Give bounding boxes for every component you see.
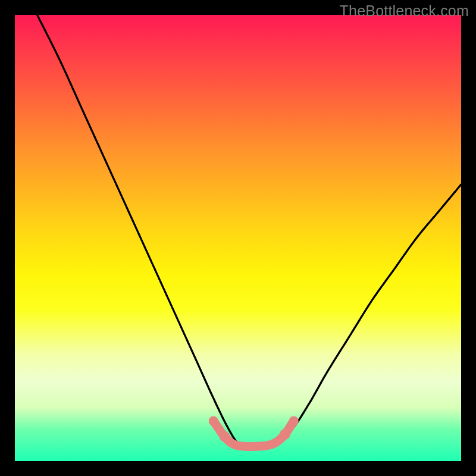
bottleneck-curve (37, 15, 462, 448)
watermark-label: TheBottleneck.com (340, 2, 469, 20)
curve-layer (15, 15, 461, 461)
highlight-markers (209, 416, 299, 447)
bottleneck-curve-path (37, 15, 462, 448)
plot-area (15, 15, 461, 461)
bottleneck-curve-path (37, 15, 462, 448)
highlight-bead (209, 416, 218, 426)
highlight-bead (289, 416, 299, 426)
highlight-bead (220, 431, 230, 442)
chart-container: TheBottleneck.com (0, 0, 476, 476)
highlight-bead (280, 429, 290, 440)
